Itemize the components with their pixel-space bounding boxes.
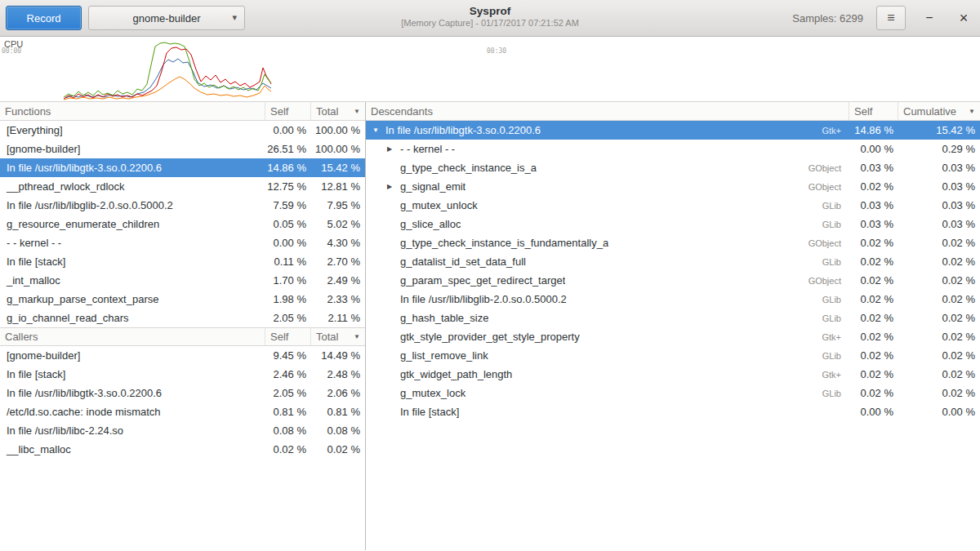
table-row[interactable]: In file [stack]2.46 %2.48 % [0,365,365,384]
total-percent: 15.42 % [311,162,365,174]
expander-icon[interactable]: ▶ [387,145,400,153]
tree-row[interactable]: ▶g_signal_emitGObject0.02 %0.03 % [366,177,980,196]
table-row[interactable]: __pthread_rwlock_rdlock12.75 %12.81 % [0,177,365,196]
self-percent: 0.03 % [849,162,898,174]
tree-row[interactable]: In file [stack]0.00 %0.00 % [366,402,980,421]
table-row[interactable]: g_resource_enumerate_children0.05 %5.02 … [0,215,365,233]
expander-icon[interactable]: ▼ [372,127,385,134]
cumulative-percent: 0.02 % [898,387,980,399]
column-header-total[interactable]: Total ▼ [311,102,365,120]
tree-row[interactable]: gtk_style_provider_get_style_propertyGtk… [366,327,980,346]
self-percent: 14.86 % [849,124,898,136]
library-badge: GObject [808,276,849,286]
function-name: g_datalist_id_set_data_full [400,256,526,268]
callers-table: [gnome-builder]9.45 %14.49 %In file [sta… [0,346,365,459]
table-row[interactable]: In file /usr/lib/libc-2.24.so0.08 %0.08 … [0,421,365,440]
minimize-button[interactable]: − [919,7,940,29]
table-row[interactable]: /etc/ld.so.cache: inode mismatch0.81 %0.… [0,402,365,421]
self-percent: 0.00 % [849,406,898,418]
cumulative-percent: 15.42 % [898,124,980,136]
cumulative-percent: 0.29 % [898,143,980,155]
table-row[interactable]: In file [stack]0.11 %2.70 % [0,252,365,271]
column-header-self[interactable]: Self [265,328,311,345]
tree-row[interactable]: g_mutex_lockGLib0.02 %0.02 % [366,384,980,402]
process-selector-dropdown[interactable]: gnome-builder ▾ [88,6,245,30]
table-row[interactable]: g_io_channel_read_chars2.05 %2.11 % [0,309,365,327]
tree-row[interactable]: g_datalist_id_set_data_fullGLib0.02 %0.0… [366,252,980,271]
function-name: g_hash_table_size [400,312,488,324]
time-tick-start: 00:00 [2,47,21,55]
left-panel: Functions Self Total ▼ [Everything]0.00 … [0,102,366,550]
table-row[interactable]: In file /usr/lib/libgtk-3.so.0.2200.614.… [0,158,365,177]
tree-row[interactable]: g_param_spec_get_redirect_targetGObject0… [366,271,980,290]
function-name: In file /usr/lib/libc-2.24.so [0,424,265,437]
headerbar: Record gnome-builder ▾ Sysprof [Memory C… [0,0,980,37]
descendants-table-header: Descendants Self Cumulative ▼ [366,102,980,121]
column-header-descendants[interactable]: Descendants [366,102,849,120]
column-header-total[interactable]: Total ▼ [311,328,365,345]
function-name: g_list_remove_link [400,349,488,362]
window-title-block: Sysprof [Memory Capture] - 01/17/2017 07… [401,5,579,28]
tree-row[interactable]: g_mutex_unlockGLib0.03 %0.03 % [366,196,980,215]
cumulative-percent: 0.02 % [898,293,980,305]
total-percent: 100.00 % [311,124,365,136]
tree-row[interactable]: ▶- - kernel - -0.00 %0.29 % [366,140,980,158]
tree-row[interactable]: In file /usr/lib/libglib-2.0.so.0.5000.2… [366,290,980,309]
hamburger-menu-button[interactable]: ≡ [876,6,906,30]
column-header-functions[interactable]: Functions [0,102,265,120]
column-header-self[interactable]: Self [849,102,898,120]
tree-name-cell: In file [stack] [366,406,849,418]
table-row[interactable]: [gnome-builder]26.51 %100.00 % [0,140,365,158]
function-name: __pthread_rwlock_rdlock [0,180,265,193]
expander-icon[interactable]: ▶ [387,183,400,190]
self-percent: 0.81 % [265,406,311,418]
table-row[interactable]: __libc_malloc0.02 %0.02 % [0,440,365,459]
total-percent: 2.48 % [311,368,365,380]
column-header-cumulative[interactable]: Cumulative ▼ [898,102,980,120]
tree-row[interactable]: g_type_check_instance_is_fundamentally_a… [366,233,980,252]
table-row[interactable]: [gnome-builder]9.45 %14.49 % [0,346,365,365]
profiler-panels: Functions Self Total ▼ [Everything]0.00 … [0,102,980,550]
table-row[interactable]: In file /usr/lib/libgtk-3.so.0.2200.62.0… [0,384,365,402]
tree-name-cell: g_mutex_unlockGLib [366,199,849,211]
tree-name-cell: g_type_check_instance_is_fundamentally_a… [366,237,849,249]
self-percent: 2.05 % [265,312,311,324]
self-percent: 0.02 % [265,443,311,455]
table-row[interactable]: _int_malloc1.70 %2.49 % [0,271,365,290]
table-row[interactable]: In file /usr/lib/libglib-2.0.so.0.5000.2… [0,196,365,215]
descendants-tree: ▼In file /usr/lib/libgtk-3.so.0.2200.6Gt… [366,121,980,421]
library-badge: Gtk+ [822,332,849,342]
total-percent: 2.11 % [311,312,365,324]
table-row[interactable]: - - kernel - -0.00 %4.30 % [0,233,365,252]
cpu-graph[interactable]: CPU 00:00 00:30 [0,37,980,102]
function-name: g_mutex_lock [400,387,466,399]
cumulative-percent: 0.02 % [898,331,980,343]
cumulative-percent: 0.03 % [898,199,980,211]
tree-row[interactable]: g_list_remove_linkGLib0.02 %0.02 % [366,346,980,365]
tree-row[interactable]: g_hash_table_sizeGLib0.02 %0.02 % [366,309,980,327]
self-percent: 0.02 % [849,293,898,305]
record-button[interactable]: Record [6,6,82,30]
tree-row[interactable]: g_slice_allocGLib0.03 %0.03 % [366,215,980,233]
function-name: g_markup_parse_context_parse [0,293,265,305]
function-name: g_resource_enumerate_children [0,218,265,230]
total-percent: 2.49 % [311,274,365,287]
tree-row[interactable]: g_type_check_instance_is_aGObject0.03 %0… [366,158,980,177]
tree-name-cell: g_datalist_id_set_data_fullGLib [366,256,849,268]
tree-row[interactable]: gtk_widget_path_lengthGtk+0.02 %0.02 % [366,365,980,384]
close-button[interactable]: × [953,7,974,29]
chevron-down-icon: ▾ [232,12,237,23]
table-row[interactable]: [Everything]0.00 %100.00 % [0,121,365,140]
table-row[interactable]: g_markup_parse_context_parse1.98 %2.33 % [0,290,365,309]
total-percent: 2.70 % [311,256,365,268]
self-percent: 1.98 % [265,293,311,305]
function-name: [Everything] [0,124,265,136]
self-percent: 0.00 % [265,237,311,249]
cumulative-percent: 0.02 % [898,312,980,324]
column-header-callers[interactable]: Callers [0,328,265,345]
functions-table-header: Functions Self Total ▼ [0,102,365,121]
tree-row[interactable]: ▼In file /usr/lib/libgtk-3.so.0.2200.6Gt… [366,121,980,140]
library-badge: GLib [822,313,849,323]
time-tick-mid: 00:30 [487,47,506,55]
column-header-self[interactable]: Self [265,102,311,120]
